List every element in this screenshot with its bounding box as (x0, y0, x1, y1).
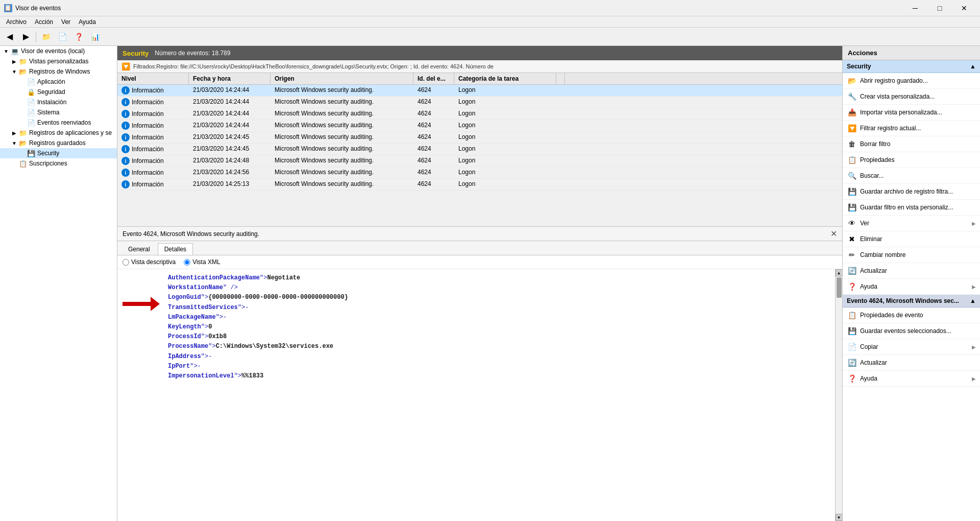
xml-value: 0 (208, 323, 212, 330)
action-label: Guardar archivo de registro filtra... (860, 188, 976, 195)
xml-value: 0x1b8 (208, 333, 227, 340)
security-action-item[interactable]: 💾 Guardar archivo de registro filtra... (843, 184, 980, 200)
action-icon: 🔧 (847, 91, 857, 102)
security-action-item[interactable]: 📂 Abrir registro guardado... (843, 73, 980, 89)
tree-item-security[interactable]: 💾 Security (0, 148, 117, 158)
security-action-item[interactable]: 📋 Propiedades (843, 152, 980, 168)
new-log-button[interactable]: 📄 (55, 30, 70, 44)
security-action-item[interactable]: 👁 Ver ▶ (843, 216, 980, 231)
xml-wrapper: AuthenticationPackageName">NegotiateWork… (117, 269, 842, 521)
tree-item-vistas[interactable]: ▶ 📁 Vistas personalizadas (0, 56, 117, 66)
tree-item-registros-windows[interactable]: ▼ 📂 Registros de Windows (0, 66, 117, 77)
table-row[interactable]: iInformación 21/03/2020 14:25:13 Microso… (117, 179, 842, 191)
menu-accion[interactable]: Acción (31, 17, 57, 27)
tree-item-eventos-reenviados[interactable]: 📄 Eventos reenviados (0, 117, 117, 128)
security-action-item[interactable]: 💾 Guardar filtro en vista personaliz... (843, 200, 980, 216)
tree-item-suscripciones[interactable]: 📋 Suscripciones (0, 158, 117, 169)
tree-item-registros-guardados[interactable]: ▼ 📂 Registros guardados (0, 138, 117, 148)
tree-label: Suscripciones (29, 160, 67, 167)
tree-item-seguridad[interactable]: 🔒 Seguridad (0, 87, 117, 97)
tree-item-registros-aplicaciones[interactable]: ▶ 📁 Registros de aplicaciones y se (0, 128, 117, 138)
menu-archivo[interactable]: Archivo (2, 17, 31, 27)
table-row[interactable]: iInformación 21/03/2020 14:24:44 Microso… (117, 120, 842, 132)
security-action-item[interactable]: 🔧 Crear vista personalizada... (843, 89, 980, 105)
radio-vista-xml[interactable]: Vista XML (184, 258, 220, 266)
menu-ver[interactable]: Ver (57, 17, 75, 27)
tree-item-aplicacion[interactable]: 📄 Aplicación (0, 77, 117, 87)
tree-item-sistema[interactable]: 📄 Sistema (0, 107, 117, 117)
back-button[interactable]: ◀ (2, 30, 17, 44)
scroll-down-button[interactable]: ▼ (836, 514, 843, 521)
close-detail-button[interactable]: ✕ (830, 229, 837, 239)
xml-tag: LogonGuid (168, 294, 201, 301)
forward-button[interactable]: ▶ (18, 30, 34, 44)
left-panel[interactable]: ▼ 💻 Visor de eventos (local) ▶ 📁 Vistas … (0, 46, 117, 521)
minimize-button[interactable]: ─ (903, 0, 927, 16)
event-action-item[interactable]: 📄 Copiar ▶ (843, 339, 980, 355)
event-action-item[interactable]: ❓ Ayuda ▶ (843, 371, 980, 387)
scroll-up-button[interactable]: ▲ (836, 269, 843, 276)
close-button[interactable]: ✕ (952, 0, 976, 16)
table-row[interactable]: iInformación 21/03/2020 14:24:44 Microso… (117, 97, 842, 108)
cell-level: iInformación (117, 120, 189, 131)
table-row[interactable]: iInformación 21/03/2020 14:24:44 Microso… (117, 85, 842, 97)
xml-tag-mid: "> (201, 323, 208, 330)
security-action-item[interactable]: 📥 Importar vista personalizada... (843, 105, 980, 121)
scroll-thumb[interactable] (837, 277, 842, 298)
table-row[interactable]: iInformación 21/03/2020 14:24:56 Microso… (117, 167, 842, 179)
xml-line: ProcessId">0x1b8 (168, 332, 827, 342)
radio-xml-input[interactable] (184, 259, 190, 266)
xml-value: Negotiate (267, 274, 300, 281)
view-button[interactable]: 📊 (87, 30, 103, 44)
security-action-item[interactable]: 🔄 Actualizar (843, 263, 980, 279)
action-icon: ✖ (847, 234, 857, 244)
event-action-item[interactable]: 📋 Propiedades de evento (843, 307, 980, 323)
xml-tag: KeyLength (168, 323, 201, 330)
tab-general[interactable]: General (121, 243, 157, 255)
radio-vista-descriptiva[interactable]: Vista descriptiva (122, 258, 176, 266)
event-action-item[interactable]: 🔄 Actualizar (843, 355, 980, 371)
xml-scrollbar[interactable]: ▲ ▼ (835, 269, 842, 521)
table-row[interactable]: iInformación 21/03/2020 14:24:44 Microso… (117, 108, 842, 120)
radio-descriptiva-input[interactable] (122, 259, 129, 266)
actions-security-collapse[interactable]: ▲ (970, 63, 976, 70)
table-row[interactable]: iInformación 21/03/2020 14:24:48 Microso… (117, 155, 842, 167)
xml-tag-mid: "> (208, 343, 215, 350)
info-icon: i (121, 169, 130, 177)
security-action-item[interactable]: 🔽 Filtrar registro actual... (843, 121, 980, 136)
tree-item-instalacion[interactable]: 📄 Instalación (0, 97, 117, 107)
tree-arrow: ▼ (10, 140, 18, 146)
action-arrow: ▶ (972, 376, 976, 382)
security-action-item[interactable]: ✏ Cambiar nombre (843, 247, 980, 263)
menu-ayuda[interactable]: Ayuda (75, 17, 100, 27)
security-action-item[interactable]: 🔍 Buscar... (843, 168, 980, 184)
cell-date: 21/03/2020 14:24:48 (189, 155, 271, 167)
action-label: Abrir registro guardado... (860, 77, 976, 84)
maximize-button[interactable]: □ (928, 0, 951, 16)
cell-category: Logon (454, 85, 556, 96)
security-action-item[interactable]: 🗑 Borrar filtro (843, 136, 980, 152)
security-action-item[interactable]: ✖ Eliminar (843, 231, 980, 247)
cell-id: 4624 (413, 120, 454, 131)
table-row[interactable]: iInformación 21/03/2020 14:24:45 Microso… (117, 132, 842, 144)
open-button[interactable]: 📁 (38, 30, 54, 44)
action-label: Actualizar (860, 359, 976, 366)
help-button[interactable]: ❓ (71, 30, 86, 44)
action-label: Ayuda (860, 375, 972, 382)
event-actions-list: 📋 Propiedades de evento 💾 Guardar evento… (843, 307, 980, 387)
actions-security-label: Security (847, 63, 871, 70)
event-action-item[interactable]: 💾 Guardar eventos seleccionados... (843, 323, 980, 339)
log-icon: 📄 (27, 98, 36, 106)
xml-attr-val: WorkstationName (168, 284, 223, 291)
table-body[interactable]: iInformación 21/03/2020 14:24:44 Microso… (117, 85, 842, 226)
action-icon: 📄 (847, 342, 857, 352)
xml-content[interactable]: AuthenticationPackageName">NegotiateWork… (160, 269, 835, 521)
action-label: Propiedades (860, 156, 976, 163)
action-icon: 🔽 (847, 123, 857, 133)
xml-attr-val: TransmittedServices (168, 304, 238, 311)
tab-detalles[interactable]: Detalles (158, 243, 193, 255)
tree-item-visor[interactable]: ▼ 💻 Visor de eventos (local) (0, 46, 117, 56)
actions-event-collapse[interactable]: ▲ (970, 297, 976, 304)
table-row[interactable]: iInformación 21/03/2020 14:24:45 Microso… (117, 144, 842, 155)
security-action-item[interactable]: ❓ Ayuda ▶ (843, 279, 980, 295)
